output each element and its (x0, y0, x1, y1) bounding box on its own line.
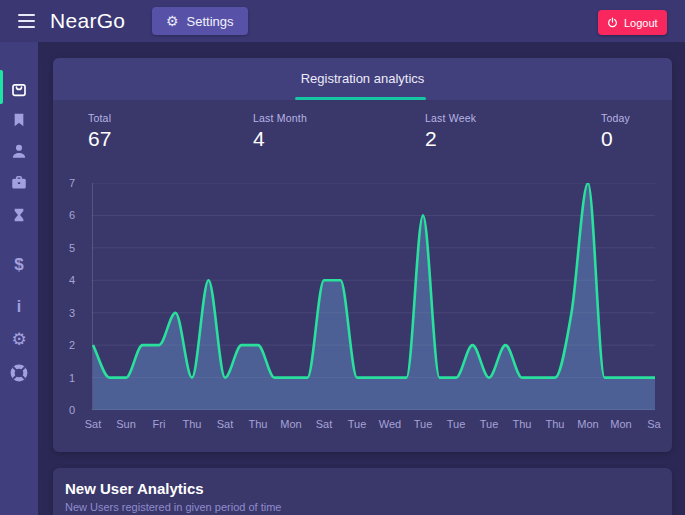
stat-last-month: Last Month4 (253, 112, 307, 151)
hamburger-menu-icon[interactable] (18, 14, 35, 28)
sidebar-item-bookmark[interactable] (0, 108, 38, 132)
x-tick-label-2: Fri (153, 418, 166, 430)
stat-today: Today0 (601, 112, 630, 151)
x-tick-label-12: Tue (480, 418, 499, 430)
x-tick-label-16: Mon (610, 418, 631, 430)
y-tick-label-4: 4 (53, 272, 75, 288)
x-tick-label-6: Mon (280, 418, 301, 430)
stat-value: 2 (425, 127, 476, 151)
y-tick-label-5: 5 (53, 240, 75, 256)
y-tick-label-7: 7 (53, 175, 75, 191)
tab-strip: Registration analytics (53, 58, 672, 100)
sidebar-item-gear[interactable]: ⚙ (0, 328, 38, 352)
stat-label: Today (601, 112, 630, 124)
shopping-bag-icon (10, 80, 28, 98)
y-tick-label-1: 1 (53, 370, 75, 386)
gear-icon: ⚙ (11, 331, 26, 349)
x-tick-label-5: Thu (249, 418, 268, 430)
tab-registration-analytics[interactable]: Registration analytics (53, 58, 672, 100)
logout-button[interactable]: Logout (598, 10, 667, 35)
x-tick-label-11: Tue (447, 418, 466, 430)
gear-icon: ⚙ (166, 14, 179, 28)
bookmark-icon (11, 111, 27, 129)
sidebar-item-user[interactable] (0, 139, 38, 163)
sidebar-item-info[interactable]: i (0, 295, 38, 319)
sidebar-item-hourglass[interactable] (0, 203, 38, 227)
logout-button-label: Logout (624, 17, 658, 29)
stat-value: 4 (253, 127, 307, 151)
stat-value: 0 (601, 127, 630, 151)
x-tick-label-3: Thu (183, 418, 202, 430)
chart-area-fill (93, 183, 655, 410)
new-user-analytics-subtitle: New Users registered in given period of … (65, 501, 281, 513)
stat-label: Last Month (253, 112, 307, 124)
sidebar-item-life-ring[interactable] (0, 361, 38, 385)
life-ring-icon (10, 364, 28, 382)
dollar-icon: $ (14, 256, 23, 274)
y-tick-label-3: 3 (53, 305, 75, 321)
x-tick-label-15: Mon (577, 418, 598, 430)
x-tick-label-14: Thu (546, 418, 565, 430)
x-tick-label-1: Sun (116, 418, 136, 430)
stat-label: Last Week (425, 112, 476, 124)
user-icon (10, 142, 28, 160)
settings-button[interactable]: ⚙ Settings (152, 7, 248, 35)
tab-active-underline (295, 97, 426, 100)
y-tick-label-0: 0 (53, 402, 75, 418)
sidebar: $i⚙ (0, 42, 38, 515)
stat-last-week: Last Week2 (425, 112, 476, 151)
x-tick-label-8: Tue (348, 418, 367, 430)
y-tick-label-2: 2 (53, 337, 75, 353)
top-navbar: NearGo ⚙ Settings Logout (0, 0, 685, 42)
app-root: NearGo ⚙ Settings Logout $i⚙ Registratio… (0, 0, 685, 515)
sidebar-item-dollar[interactable]: $ (0, 253, 38, 277)
x-tick-label-9: Wed (379, 418, 401, 430)
x-tick-label-4: Sat (217, 418, 234, 430)
stat-total: Total67 (88, 112, 111, 151)
registration-chart[interactable] (92, 183, 655, 410)
hourglass-icon (11, 206, 27, 224)
registration-analytics-card: Registration analytics Total67Last Month… (53, 58, 672, 452)
y-tick-label-6: 6 (53, 207, 75, 223)
settings-button-label: Settings (187, 14, 234, 29)
stat-label: Total (88, 112, 111, 124)
info-icon: i (17, 298, 21, 316)
power-icon (607, 17, 618, 28)
new-user-analytics-title: New User Analytics (65, 480, 204, 497)
sidebar-item-briefcase[interactable] (0, 170, 38, 194)
app-title: NearGo (50, 0, 125, 42)
x-tick-label-10: Tue (414, 418, 433, 430)
briefcase-icon (10, 173, 28, 191)
stat-value: 67 (88, 127, 111, 151)
sidebar-item-shopping-bag[interactable] (0, 77, 38, 101)
x-tick-label-17: Sa (647, 418, 660, 430)
x-tick-label-13: Thu (513, 418, 532, 430)
x-tick-label-0: Sat (85, 418, 102, 430)
x-tick-label-7: Sat (316, 418, 333, 430)
new-user-analytics-card: New User Analytics New Users registered … (53, 468, 672, 515)
